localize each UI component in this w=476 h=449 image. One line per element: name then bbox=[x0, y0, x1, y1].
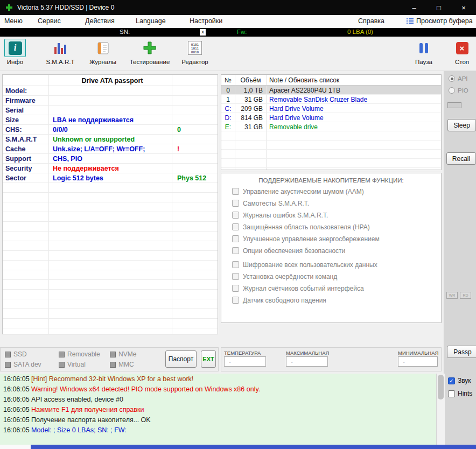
feature-checkbox[interactable] bbox=[232, 273, 239, 280]
passport-label: CHS: bbox=[3, 125, 49, 134]
sound-checkbox[interactable] bbox=[448, 377, 455, 384]
passport-value bbox=[49, 86, 172, 95]
wr-mini-button[interactable]: WR bbox=[446, 292, 458, 299]
hints-checkbox[interactable] bbox=[448, 390, 455, 397]
feature-label: Шифрование всех пользовательских данных bbox=[243, 261, 377, 269]
device-row-d[interactable]: D: 814 GB Hard Drive Volume bbox=[221, 113, 441, 122]
feature-checkbox[interactable] bbox=[232, 212, 239, 219]
log-timestamp: 16:06:05 bbox=[0, 406, 31, 416]
passport-empty-row bbox=[3, 290, 218, 299]
legend-ssd: SSD bbox=[5, 350, 27, 358]
feature-label: Улучшенное управление энергосбережением bbox=[243, 235, 380, 243]
legend-label: SATA dev bbox=[13, 361, 41, 368]
passport-extra: 0 bbox=[172, 125, 218, 134]
feature-checkbox[interactable] bbox=[232, 247, 239, 254]
api-radio[interactable] bbox=[449, 75, 455, 82]
api-radio-row[interactable]: API bbox=[449, 75, 468, 82]
legend-label: Virtual bbox=[67, 361, 86, 368]
device-num: 0 bbox=[221, 86, 235, 94]
menu-item-service[interactable]: Сервис bbox=[38, 17, 61, 25]
passport-title-row: Drive ATA passport bbox=[3, 75, 218, 86]
passp-button[interactable]: Passp bbox=[447, 346, 476, 358]
rd-mini-button[interactable]: RD bbox=[460, 292, 471, 299]
menu-item-buffer-view[interactable]: Просмотр буфера bbox=[407, 17, 473, 25]
passport-empty-row bbox=[3, 212, 218, 222]
feature-checkbox[interactable] bbox=[232, 223, 239, 230]
ssd-indicator-square bbox=[5, 352, 11, 357]
recall-button[interactable]: Recall bbox=[446, 152, 476, 165]
feature-label: Журналы ошибок S.M.A.R.T. bbox=[243, 212, 328, 219]
feature-label: Защищённая область пользователя (HPA) bbox=[243, 223, 370, 231]
device-note: Removable SanDisk Cruzer Blade bbox=[267, 95, 441, 103]
toolbar-journals-label: Журналы bbox=[89, 59, 116, 65]
passport-empty-row bbox=[3, 309, 218, 319]
device-list-header[interactable]: № Объём Note / Обновить список bbox=[221, 75, 441, 86]
passport-title: Drive ATA passport bbox=[49, 75, 172, 86]
passport-value bbox=[49, 96, 172, 105]
sn-clear-button[interactable]: x bbox=[200, 29, 206, 36]
feature-label: Установка очерёдности команд bbox=[243, 273, 337, 280]
hints-checkbox-row[interactable]: Hints bbox=[448, 390, 472, 397]
menu-item-actions[interactable]: Действия bbox=[85, 17, 115, 25]
log-line: 16:06:05 Нажмите F1 для получения справк… bbox=[0, 406, 436, 416]
log-panel: 16:06:05 [Hint] Recommend 32-bit Windows… bbox=[0, 374, 436, 445]
virtual-indicator-square bbox=[59, 362, 65, 368]
passport-row-chs: CHS: 0/0/0 0 bbox=[3, 125, 218, 135]
passport-panel: Drive ATA passport Model: Firmware Seria… bbox=[2, 74, 218, 334]
toolbar-pause-button[interactable]: Пауза bbox=[409, 39, 439, 69]
feature-checkbox[interactable] bbox=[232, 297, 239, 304]
progress-bar bbox=[0, 445, 476, 449]
passport-row-cache: Cache Unk.size; L/A=OFF; Wr=OFF; ! bbox=[3, 144, 218, 154]
device-row-1[interactable]: 1 31 GB Removable SanDisk Cruzer Blade bbox=[221, 95, 441, 104]
device-empty-row bbox=[221, 141, 441, 150]
passport-empty-row bbox=[3, 319, 218, 328]
passport-button[interactable]: Паспорт bbox=[165, 350, 197, 368]
legend-mmc: MMC bbox=[110, 361, 134, 368]
feature-checkbox[interactable] bbox=[232, 285, 239, 292]
sleep-button[interactable]: Sleep bbox=[447, 119, 476, 131]
toolbar-info-label: Инфо bbox=[7, 59, 23, 65]
menu-item-menu[interactable]: Меню bbox=[4, 17, 23, 25]
progress-bar-fill bbox=[31, 445, 476, 449]
device-note: Apacer AS2280P4U 1TB bbox=[267, 86, 441, 94]
toolbar-info-button[interactable]: i Инфо bbox=[3, 39, 27, 69]
device-row-e[interactable]: E: 31 GB Removable drive bbox=[221, 122, 441, 131]
pio-radio-row[interactable]: PIO bbox=[449, 87, 468, 94]
sound-checkbox-row[interactable]: Звук bbox=[448, 377, 471, 384]
ext-button[interactable]: EXT bbox=[201, 350, 216, 368]
feature-checkbox[interactable] bbox=[232, 261, 239, 268]
passport-extra bbox=[172, 154, 218, 163]
feature-checkbox[interactable] bbox=[232, 235, 239, 242]
passport-empty-row bbox=[3, 231, 218, 241]
device-row-0[interactable]: 0 1,0 TB Apacer AS2280P4U 1TB bbox=[221, 86, 441, 95]
log-line: 16:06:05 Warning! Windows x64 detected! … bbox=[0, 385, 436, 396]
pio-radio[interactable] bbox=[449, 87, 455, 94]
log-scrollbar-thumb[interactable] bbox=[438, 375, 444, 399]
log-scrollbar[interactable] bbox=[436, 374, 445, 445]
device-size: 31 GB bbox=[235, 122, 267, 131]
minimize-button[interactable]: – bbox=[402, 0, 426, 15]
device-empty-row bbox=[221, 131, 441, 141]
feature-checkbox[interactable] bbox=[232, 188, 239, 195]
device-row-c[interactable]: C: 209 GB Hard Drive Volume bbox=[221, 104, 441, 113]
toolbar-journals-button[interactable]: Журналы bbox=[85, 39, 121, 69]
device-num: C: bbox=[221, 104, 235, 113]
close-button[interactable]: × bbox=[451, 0, 476, 15]
menu-item-help[interactable]: Справка bbox=[358, 17, 384, 25]
feature-checkbox[interactable] bbox=[232, 200, 239, 207]
toolbar-editor-button[interactable]: 010110110010 Редактор bbox=[177, 39, 213, 69]
menu-item-language[interactable]: Language bbox=[136, 17, 166, 25]
temperature-panel: ТЕМПЕРАТУРА МАКСИМАЛЬНАЯ МИНИМАЛЬНАЯ - -… bbox=[221, 347, 442, 371]
toolbar: i Инфо S.M.A.R.T Журналы Тестирование 01… bbox=[0, 37, 476, 71]
lba-counter: 0 LBA (0) bbox=[347, 29, 373, 35]
feature-item-aam: Управление акустическим шумом (AAM) bbox=[232, 187, 364, 195]
toolbar-smart-button[interactable]: S.M.A.R.T bbox=[43, 39, 78, 69]
device-header-note[interactable]: Note / Обновить список bbox=[267, 75, 441, 85]
menu-item-settings[interactable]: Настройки bbox=[190, 17, 222, 25]
device-header-size: Объём bbox=[235, 75, 267, 85]
device-note: Removable drive bbox=[267, 122, 441, 131]
passport-value: Unknown or unsupported bbox=[49, 135, 172, 144]
toolbar-stop-button[interactable]: × Стоп bbox=[449, 39, 475, 69]
toolbar-testing-button[interactable]: Тестирование bbox=[127, 39, 172, 69]
maximize-button[interactable]: □ bbox=[426, 0, 451, 15]
